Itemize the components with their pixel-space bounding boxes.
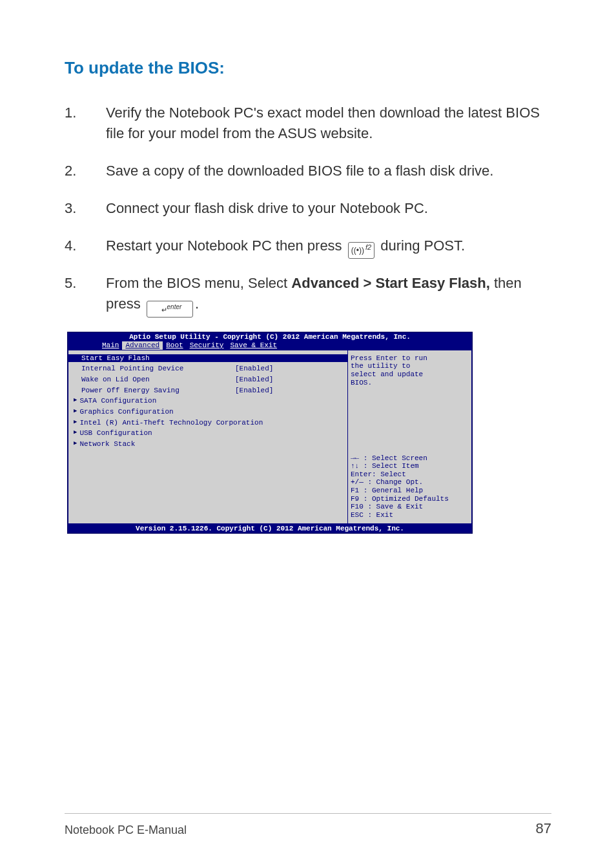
- enter-arrow-icon: ↵: [161, 305, 167, 316]
- bios-legend: →← : Select Screen ↑↓ : Select Item Ente…: [351, 454, 469, 520]
- bios-row: ▶USB Configuration: [74, 429, 342, 438]
- step-4: 4. Restart your Notebook PC then press (…: [65, 236, 551, 257]
- key-f2-label: f2: [365, 243, 371, 253]
- bios-item-label: Wake on Lid Open: [81, 376, 235, 384]
- bios-screenshot: Aptio Setup Utility - Copyright (C) 2012…: [67, 332, 473, 534]
- step-bold: Advanced > Start Easy Flash,: [291, 275, 490, 291]
- bios-row: Wake on Lid Open [Enabled]: [74, 376, 342, 384]
- key-enter-label: enter: [167, 303, 182, 312]
- tab-security: Security: [187, 341, 227, 350]
- bios-item-value: [Enabled]: [235, 387, 273, 395]
- help-line: select and update: [351, 370, 469, 379]
- section-title: To update the BIOS:: [65, 58, 551, 78]
- bios-footer: Version 2.15.1226. Copyright (C) 2012 Am…: [68, 524, 472, 534]
- bios-item-label: Intel (R) Anti-Theft Technology Corporat…: [79, 419, 263, 427]
- step-1: 1. Verify the Notebook PC's exact model …: [65, 103, 551, 144]
- tab-main: Main: [99, 341, 122, 350]
- bios-tabs: Main Advanced Boot Security Save & Exit: [68, 341, 472, 350]
- legend-line: +/— : Change Opt.: [351, 478, 469, 487]
- triangle-icon: ▶: [74, 419, 77, 427]
- help-line: the utility to: [351, 362, 469, 370]
- help-line: BIOS.: [351, 379, 469, 387]
- bios-row: Internal Pointing Device [Enabled]: [74, 365, 342, 373]
- step-text: Verify the Notebook PC's exact model the…: [106, 103, 551, 144]
- step-text-pre: From the BIOS menu, Select: [106, 275, 291, 291]
- bios-item-label: SATA Configuration: [79, 397, 156, 405]
- bios-right-panel: Press Enter to run the utility to select…: [347, 350, 472, 524]
- footer-label: Notebook PC E-Manual: [65, 823, 187, 837]
- triangle-icon: ▶: [74, 440, 77, 449]
- bios-row-selected: Start Easy Flash: [68, 354, 347, 363]
- step-text-post: during POST.: [380, 237, 465, 254]
- triangle-icon: ▶: [74, 429, 77, 438]
- bios-item-value: [Enabled]: [235, 376, 273, 384]
- help-line: Press Enter to run: [351, 354, 469, 363]
- legend-line: F1 : General Help: [351, 487, 469, 495]
- bios-item-label: Start Easy Flash: [81, 354, 150, 363]
- tab-boot: Boot: [163, 341, 186, 350]
- page-number: 87: [536, 820, 551, 837]
- step-text: From the BIOS menu, Select Advanced > St…: [106, 273, 551, 315]
- step-number: 4.: [65, 236, 106, 257]
- legend-line: ↑↓ : Select Item: [351, 462, 469, 470]
- legend-line: →← : Select Screen: [351, 454, 469, 463]
- bios-row: ▶SATA Configuration: [74, 397, 342, 405]
- key-enter: enter ↵: [147, 301, 193, 318]
- tab-save-exit: Save & Exit: [227, 341, 280, 350]
- step-number: 1.: [65, 103, 106, 144]
- triangle-icon: ▶: [74, 397, 77, 405]
- bios-item-label: Power Off Energy Saving: [81, 387, 235, 395]
- bios-item-value: [Enabled]: [235, 365, 273, 373]
- legend-line: ESC : Exit: [351, 511, 469, 520]
- legend-line: F9 : Optimized Defaults: [351, 495, 469, 503]
- bios-row: ▶Graphics Configuration: [74, 408, 342, 416]
- bios-item-label: Internal Pointing Device: [81, 365, 235, 373]
- bios-left-panel: Start Easy Flash Internal Pointing Devic…: [68, 350, 347, 524]
- step-text-pre: Restart your Notebook PC then press: [106, 237, 346, 254]
- step-number: 2.: [65, 161, 106, 181]
- key-f2: ((•)) f2: [348, 242, 375, 259]
- step-text: Connect your flash disk drive to your No…: [106, 198, 551, 219]
- page-footer: Notebook PC E-Manual 87: [65, 813, 551, 837]
- step-text: Restart your Notebook PC then press ((•)…: [106, 236, 551, 257]
- step-2: 2. Save a copy of the downloaded BIOS fi…: [65, 161, 551, 181]
- step-3: 3. Connect your flash disk drive to your…: [65, 198, 551, 219]
- bios-row: ▶Intel (R) Anti-Theft Technology Corpora…: [74, 419, 342, 427]
- bios-header: Aptio Setup Utility - Copyright (C) 2012…: [68, 332, 472, 342]
- triangle-icon: ▶: [74, 408, 77, 416]
- wifi-icon: ((•)): [351, 245, 364, 256]
- bios-row: ▶Network Stack: [74, 440, 342, 449]
- step-text: Save a copy of the downloaded BIOS file …: [106, 161, 551, 181]
- bios-row: Power Off Energy Saving [Enabled]: [74, 387, 342, 395]
- bios-help: Press Enter to run the utility to select…: [351, 354, 469, 387]
- legend-line: F10 : Save & Exit: [351, 503, 469, 511]
- step-period: .: [195, 296, 199, 312]
- step-number: 5.: [65, 273, 106, 315]
- step-number: 3.: [65, 198, 106, 219]
- step-5: 5. From the BIOS menu, Select Advanced >…: [65, 273, 551, 315]
- bios-item-label: Network Stack: [79, 440, 135, 449]
- bios-item-label: Graphics Configuration: [79, 408, 173, 416]
- steps-list: 1. Verify the Notebook PC's exact model …: [65, 103, 551, 315]
- tab-advanced: Advanced: [122, 341, 163, 350]
- legend-line: Enter: Select: [351, 470, 469, 479]
- bios-item-label: USB Configuration: [79, 429, 152, 438]
